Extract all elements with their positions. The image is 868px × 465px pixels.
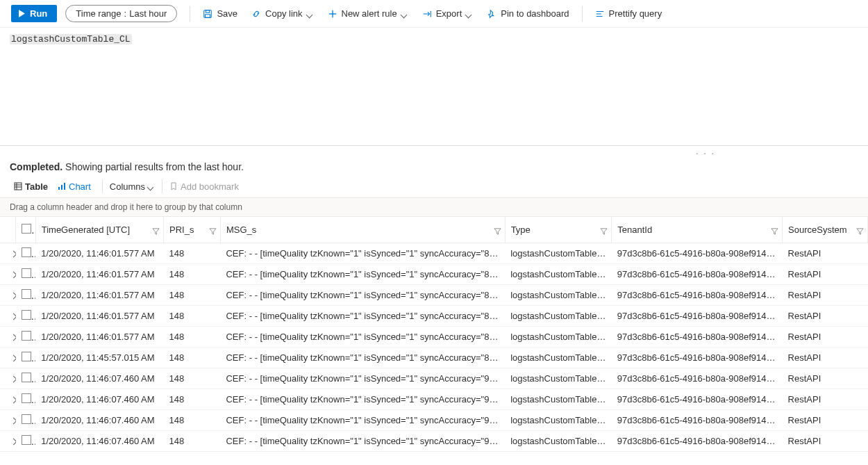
svg-rect-2 xyxy=(206,10,210,13)
query-editor[interactable]: logstashCustomTable_CL xyxy=(0,28,868,146)
cell-type: logstashCustomTable_CL xyxy=(505,306,612,327)
row-checkbox[interactable] xyxy=(22,393,31,403)
checkbox-cell[interactable] xyxy=(16,243,36,264)
table-row[interactable]: 1/20/2020, 11:46:01.577 AM148CEF: - - [t… xyxy=(0,306,868,327)
new-alert-rule-button[interactable]: New alert rule xyxy=(322,6,414,22)
checkbox-cell[interactable] xyxy=(16,327,36,348)
svg-rect-16 xyxy=(61,185,62,190)
tab-chart[interactable]: Chart xyxy=(53,180,95,193)
expand-cell[interactable] xyxy=(0,389,16,410)
table-row[interactable]: 1/20/2020, 11:46:01.577 AM148CEF: - - [t… xyxy=(0,285,868,306)
time-range-picker[interactable]: Time range : Last hour xyxy=(65,5,177,22)
cell-src: RestAPI xyxy=(783,348,868,368)
table-row[interactable]: 1/20/2020, 11:46:01.577 AM148CEF: - - [t… xyxy=(0,243,868,264)
splitter-handle[interactable]: . . . xyxy=(0,146,868,156)
checkbox-cell[interactable] xyxy=(16,348,36,368)
prettify-label: Prettify query xyxy=(609,8,662,19)
table-row[interactable]: 1/20/2020, 11:46:01.577 AM148CEF: - - [t… xyxy=(0,264,868,285)
table-row[interactable]: 1/20/2020, 11:45:57.015 AM148CEF: - - [t… xyxy=(0,348,868,368)
copy-link-button[interactable]: Copy link xyxy=(246,6,319,22)
filter-icon[interactable] xyxy=(152,227,159,234)
chevron-right-icon xyxy=(11,248,16,255)
expand-cell[interactable] xyxy=(0,306,16,327)
query-toolbar: Run Time range : Last hour Save Copy lin… xyxy=(0,0,868,28)
select-all-checkbox[interactable] xyxy=(22,224,31,234)
cell-pri: 148 xyxy=(164,327,221,348)
cell-msg: CEF: - - [timeQuality tzKnown="1" isSync… xyxy=(220,285,505,306)
results-table: TimeGenerated [UTC] PRI_s MSG_s Type Ten… xyxy=(0,217,868,452)
expand-cell[interactable] xyxy=(0,327,16,348)
cell-msg: CEF: - - [timeQuality tzKnown="1" isSync… xyxy=(220,410,505,431)
expand-cell[interactable] xyxy=(0,348,16,368)
cell-tenant: 97d3c8b6-61c5-4916-b80a-908ef914d134 xyxy=(612,285,783,306)
cell-pri: 148 xyxy=(164,410,221,431)
checkbox-cell[interactable] xyxy=(16,389,36,410)
chevron-right-icon xyxy=(11,415,16,422)
row-checkbox[interactable] xyxy=(22,310,31,320)
checkbox-cell[interactable] xyxy=(16,368,36,389)
table-row[interactable]: 1/20/2020, 11:46:07.460 AM148CEF: - - [t… xyxy=(0,431,868,452)
row-checkbox[interactable] xyxy=(22,352,31,361)
header-checkbox[interactable] xyxy=(16,217,36,243)
filter-icon[interactable] xyxy=(600,227,607,234)
row-checkbox[interactable] xyxy=(22,289,31,299)
pin-icon xyxy=(487,9,496,19)
prettify-button[interactable]: Prettify query xyxy=(590,6,668,22)
svg-marker-23 xyxy=(857,228,863,234)
header-tenant[interactable]: TenantId xyxy=(612,217,783,243)
row-checkbox[interactable] xyxy=(22,435,31,445)
expand-cell[interactable] xyxy=(0,243,16,264)
filter-icon[interactable] xyxy=(209,227,216,234)
header-msg[interactable]: MSG_s xyxy=(220,217,505,243)
row-checkbox[interactable] xyxy=(22,414,31,424)
expand-cell[interactable] xyxy=(0,431,16,452)
chevron-down-icon xyxy=(307,10,314,17)
export-icon xyxy=(422,9,432,19)
table-row[interactable]: 1/20/2020, 11:46:07.460 AM148CEF: - - [t… xyxy=(0,410,868,431)
header-type[interactable]: Type xyxy=(505,217,612,243)
cell-msg: CEF: - - [timeQuality tzKnown="1" isSync… xyxy=(220,431,505,452)
table-row[interactable]: 1/20/2020, 11:46:07.460 AM148CEF: - - [t… xyxy=(0,368,868,389)
table-row[interactable]: 1/20/2020, 11:46:01.577 AM148CEF: - - [t… xyxy=(0,327,868,348)
table-body: 1/20/2020, 11:46:01.577 AM148CEF: - - [t… xyxy=(0,243,868,452)
cell-tenant: 97d3c8b6-61c5-4916-b80a-908ef914d134 xyxy=(612,327,783,348)
expand-cell[interactable] xyxy=(0,264,16,285)
cell-src: RestAPI xyxy=(783,243,868,264)
tab-table[interactable]: Table xyxy=(10,180,52,193)
table-icon xyxy=(14,182,22,190)
checkbox-cell[interactable] xyxy=(16,285,36,306)
filter-icon[interactable] xyxy=(856,227,863,234)
save-button[interactable]: Save xyxy=(197,6,243,22)
chevron-right-icon xyxy=(11,352,16,359)
header-time[interactable]: TimeGenerated [UTC] xyxy=(35,217,163,243)
cell-msg: CEF: - - [timeQuality tzKnown="1" isSync… xyxy=(220,368,505,389)
checkbox-cell[interactable] xyxy=(16,410,36,431)
cell-type: logstashCustomTable_CL xyxy=(505,410,612,431)
save-icon xyxy=(203,9,212,19)
group-by-dropzone[interactable]: Drag a column header and drop it here to… xyxy=(0,197,868,217)
export-button[interactable]: Export xyxy=(417,6,479,22)
header-pri[interactable]: PRI_s xyxy=(164,217,221,243)
checkbox-cell[interactable] xyxy=(16,264,36,285)
checkbox-cell[interactable] xyxy=(16,306,36,327)
filter-icon[interactable] xyxy=(771,227,778,234)
header-src[interactable]: SourceSystem xyxy=(783,217,868,243)
pin-button[interactable]: Pin to dashboard xyxy=(481,6,574,22)
checkbox-cell[interactable] xyxy=(16,431,36,452)
chevron-down-icon xyxy=(148,183,155,190)
columns-button[interactable]: Columns xyxy=(110,181,155,192)
cell-type: logstashCustomTable_CL xyxy=(505,368,612,389)
cell-pri: 148 xyxy=(164,264,221,285)
expand-cell[interactable] xyxy=(0,368,16,389)
run-button[interactable]: Run xyxy=(11,5,57,22)
table-header: TimeGenerated [UTC] PRI_s MSG_s Type Ten… xyxy=(0,217,868,243)
expand-cell[interactable] xyxy=(0,410,16,431)
filter-icon[interactable] xyxy=(494,227,501,234)
row-checkbox[interactable] xyxy=(22,268,31,278)
svg-marker-18 xyxy=(153,228,159,234)
row-checkbox[interactable] xyxy=(22,373,31,382)
table-row[interactable]: 1/20/2020, 11:46:07.460 AM148CEF: - - [t… xyxy=(0,389,868,410)
row-checkbox[interactable] xyxy=(22,247,31,257)
row-checkbox[interactable] xyxy=(22,331,31,341)
expand-cell[interactable] xyxy=(0,285,16,306)
